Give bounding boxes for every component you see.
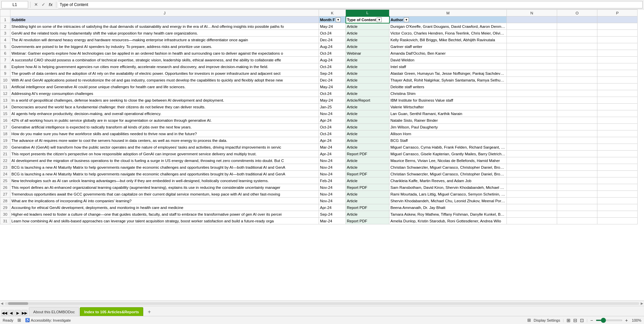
- cell-p19[interactable]: [597, 137, 638, 144]
- cell-k19[interactable]: Apr-24: [319, 137, 346, 144]
- cell-l8[interactable]: Article: [346, 63, 389, 70]
- cell-n2[interactable]: [507, 23, 557, 30]
- cell-p26[interactable]: [597, 184, 638, 191]
- cell-n20[interactable]: [507, 144, 557, 151]
- cell-n8[interactable]: [507, 63, 557, 70]
- cell-l13[interactable]: Article/Report: [346, 97, 389, 104]
- view-normal-icon[interactable]: ⊞: [567, 318, 571, 323]
- cell-j29[interactable]: Accounting for ethical GenAI development…: [10, 204, 319, 211]
- cell-m22[interactable]: Maurice Berns, Vivian Lee, Nicolas de Be…: [389, 157, 507, 164]
- cell-n11[interactable]: [507, 84, 557, 90]
- cell-l27[interactable]: Article: [346, 191, 389, 198]
- cell-j6[interactable]: Webinar: Gartner experts explore how AI …: [10, 50, 319, 57]
- zoom-in-button[interactable]: +: [625, 318, 628, 323]
- horizontal-scrollbar[interactable]: ◀ ▶: [0, 301, 644, 306]
- cancel-button[interactable]: ✕: [33, 1, 39, 8]
- cell-n15[interactable]: [507, 110, 557, 117]
- filter-dropdown-m[interactable]: ▼: [404, 17, 409, 22]
- cell-p27[interactable]: [597, 191, 638, 198]
- confirm-button[interactable]: ✓: [40, 1, 47, 8]
- cell-k31[interactable]: Mar-24: [319, 218, 346, 224]
- cell-n25[interactable]: [507, 177, 557, 184]
- cell-o15[interactable]: [557, 110, 597, 117]
- cell-j16[interactable]: 42% of all working hours in public servi…: [10, 117, 319, 124]
- cell-n19[interactable]: [507, 137, 557, 144]
- cell-j11[interactable]: Artificial intelligence and Generative A…: [10, 84, 319, 90]
- cell-l9[interactable]: Article: [346, 70, 389, 77]
- cell-o2[interactable]: [557, 23, 597, 30]
- formula-input[interactable]: Type of Content: [58, 1, 643, 8]
- cell-l5[interactable]: Article: [346, 43, 389, 50]
- accessibility-label[interactable]: ♿ Accessibility: Investigate: [25, 318, 71, 322]
- cell-j17[interactable]: Generative artificial intelligence is ex…: [10, 124, 319, 130]
- cell-o28[interactable]: [557, 198, 597, 204]
- tab-index[interactable]: Index to 105 Articles&Reports: [80, 307, 143, 316]
- cell-p18[interactable]: [597, 130, 638, 137]
- zoom-percent[interactable]: 100%: [631, 318, 641, 322]
- cell-n31[interactable]: [507, 218, 557, 224]
- cell-p13[interactable]: [597, 97, 638, 104]
- cell-k5[interactable]: Aug-24: [319, 43, 346, 50]
- cell-p6[interactable]: [597, 50, 638, 57]
- cell-p2[interactable]: [597, 23, 638, 30]
- cell-o18[interactable]: [557, 130, 597, 137]
- cell-m11[interactable]: Deloitte staff writers: [389, 84, 507, 90]
- cell-m10[interactable]: Thayer Adsit, Rohit Nalgirkar, Sylvain S…: [389, 77, 507, 84]
- cell-l26[interactable]: Report PDF: [346, 184, 389, 191]
- cell-k9[interactable]: Sep-24: [319, 70, 346, 77]
- cell-j5[interactable]: Governments are poised to be the biggest…: [10, 43, 319, 50]
- cell-m16[interactable]: Natalie Sisto, Rainer Binder: [389, 117, 507, 124]
- cell-k6[interactable]: Oct-24: [319, 50, 346, 57]
- cell-j19[interactable]: The advance of AI requires more water to…: [10, 137, 319, 144]
- cell-m12[interactable]: Christina Shim: [389, 90, 507, 97]
- cell-l29[interactable]: Report PDF: [346, 204, 389, 211]
- cell-o27[interactable]: [557, 191, 597, 198]
- cell-k10[interactable]: Dec-24: [319, 77, 346, 84]
- cell-o16[interactable]: [557, 117, 597, 124]
- cell-n28[interactable]: [507, 198, 557, 204]
- cell-k11[interactable]: May-24: [319, 84, 346, 90]
- cell-m14[interactable]: Valerie Wirtschafter: [389, 104, 507, 110]
- col-header-k[interactable]: K: [319, 10, 346, 16]
- cell-o5[interactable]: [557, 43, 597, 50]
- cell-l28[interactable]: Article: [346, 198, 389, 204]
- cell-j4[interactable]: The AI revolution will demand heavy ener…: [10, 37, 319, 43]
- col-header-m[interactable]: M: [389, 10, 507, 16]
- cell-k14[interactable]: Jan-25: [319, 104, 346, 110]
- col-header-p[interactable]: P: [597, 10, 638, 16]
- cell-p17[interactable]: [597, 124, 638, 130]
- cell-p14[interactable]: [597, 104, 638, 110]
- cell-m9[interactable]: Alastair Green, Humayun Tai, Jesse Noffs…: [389, 70, 507, 77]
- cell-k13[interactable]: May-24: [319, 97, 346, 104]
- cell-k27[interactable]: Nov-24: [319, 191, 346, 198]
- tab-scroll-prev[interactable]: ◀: [8, 310, 14, 316]
- cell-l25[interactable]: Article: [346, 177, 389, 184]
- cell-o14[interactable]: [557, 104, 597, 110]
- cell-l15[interactable]: Article: [346, 110, 389, 117]
- cell-n23[interactable]: [507, 164, 557, 171]
- cell-k29[interactable]: Apr-24: [319, 204, 346, 211]
- grid-wrapper[interactable]: J K L M N O P 1 Subtitle: [0, 9, 644, 301]
- tab-scroll-left[interactable]: ◀◀: [1, 310, 7, 316]
- cell-p28[interactable]: [597, 198, 638, 204]
- cell-o31[interactable]: [557, 218, 597, 224]
- display-settings-label[interactable]: Display Settings: [534, 318, 560, 322]
- col-header-j[interactable]: J: [10, 10, 319, 16]
- name-box[interactable]: L1: [1, 1, 28, 8]
- cell-n3[interactable]: [507, 30, 557, 37]
- cell-o26[interactable]: [557, 184, 597, 191]
- cell-k26[interactable]: Nov-24: [319, 184, 346, 191]
- cell-m24[interactable]: Christian Schwaerzler, Miguel Carrasco, …: [389, 171, 507, 177]
- zoom-slider[interactable]: [596, 320, 623, 321]
- cell-o4[interactable]: [557, 37, 597, 43]
- cell-j7[interactable]: A successful CAIO should possess a combi…: [10, 57, 319, 63]
- tab-scroll-right[interactable]: ▶▶: [21, 310, 28, 316]
- cell-n13[interactable]: [507, 97, 557, 104]
- cell-l20[interactable]: Article: [346, 144, 389, 151]
- cell-k12[interactable]: Oct-24: [319, 90, 346, 97]
- cell-l1[interactable]: Type of Content ▼: [346, 16, 389, 23]
- cell-n7[interactable]: [507, 57, 557, 63]
- filter-dropdown-l[interactable]: ▼: [377, 17, 382, 22]
- cell-j23[interactable]: BCG is launching a new AI Maturity Matri…: [10, 164, 319, 171]
- cell-o17[interactable]: [557, 124, 597, 130]
